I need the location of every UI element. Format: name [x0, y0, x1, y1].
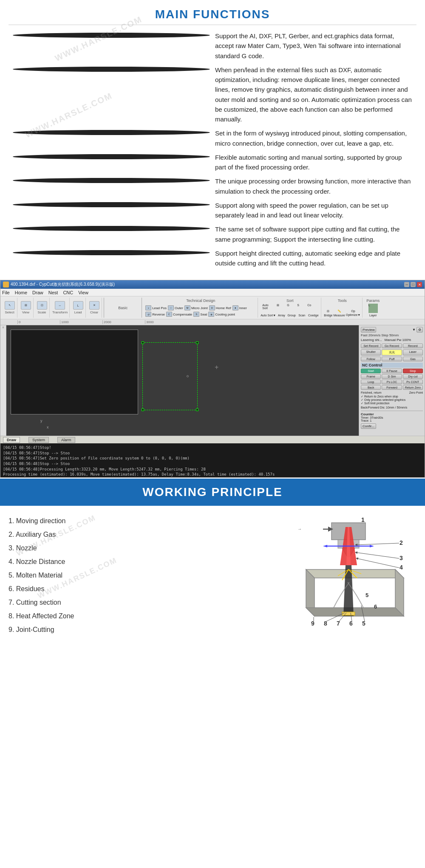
forward-button[interactable]: Forward — [382, 385, 402, 390]
go-record-button[interactable]: Go Record — [382, 344, 402, 348]
svg-text:5: 5 — [362, 620, 366, 627]
svg-line-9 — [357, 558, 399, 568]
bullet-dot — [13, 33, 210, 38]
basic-label: Basic — [106, 306, 140, 310]
transform-icon[interactable]: ↔ — [55, 301, 65, 310]
auto-sort-icon[interactable]: Auto Sort — [262, 304, 274, 313]
svg-line-7 — [356, 552, 399, 558]
options-labels: ✓ Return to Zecs when stop ✓ Only proces… — [361, 395, 423, 405]
shutter-button[interactable]: Shutter — [361, 349, 381, 355]
home-ref-btn[interactable]: HHome Ref — [209, 305, 231, 310]
group-icon[interactable]: G — [287, 304, 296, 313]
lasering-label: Lasering shi... — [361, 338, 382, 342]
puff-button[interactable]: Puff — [382, 357, 402, 361]
log-line-5: Processing time (estimated): 16.039s, Mo… — [3, 472, 422, 477]
laser-buttons: Shutter 光光 Laser — [361, 349, 423, 355]
menu-home[interactable]: Home — [15, 290, 27, 295]
back-button[interactable]: Back — [361, 385, 381, 390]
settings-button[interactable]: ⚙ — [416, 327, 423, 333]
gas-button[interactable]: Gas — [403, 357, 423, 361]
view-label: View — [22, 310, 29, 314]
cooling-btn[interactable]: ❄Cooling point — [208, 312, 235, 317]
principle-item-7: 7. Cutting section — [8, 596, 264, 609]
canvas[interactable]: + y x — [6, 325, 359, 436]
titlebar-buttons[interactable]: ─ □ ✕ — [404, 282, 422, 287]
svg-text:5: 5 — [366, 592, 368, 598]
frame-button[interactable]: Frame — [361, 374, 381, 379]
menu-view[interactable]: View — [78, 290, 88, 295]
transform-label: Transform — [52, 310, 68, 314]
nc-buttons-row3: Loop Ps LOC Ps CONT — [361, 380, 423, 384]
menu-nest[interactable]: Nest — [48, 290, 58, 295]
sort-label: Sort — [286, 299, 294, 303]
lasering-row: Lasering shi... Manual Pw 100% — [361, 338, 423, 342]
confirm-button[interactable]: Confir... — [361, 423, 376, 429]
svg-rect-24 — [342, 612, 355, 615]
scale-icon[interactable]: ⊡ — [37, 301, 47, 310]
record-buttons: Set Record Go Record Record — [361, 344, 423, 348]
select-icon[interactable]: ↖ — [5, 301, 15, 310]
ps-loc-button[interactable]: Ps LOC — [382, 380, 402, 384]
ruler-mark-1000: 1000 — [60, 320, 102, 324]
set-record-button[interactable]: Set Record — [361, 344, 381, 348]
ps-cont-button[interactable]: Ps CONT — [403, 380, 423, 384]
array-icon[interactable]: ⊞ — [277, 304, 286, 313]
seal-btn[interactable]: SSeal — [193, 312, 207, 317]
menu-draw[interactable]: Draw — [32, 290, 43, 295]
optimize-icon[interactable]: Op — [351, 310, 355, 313]
svg-text:6: 6 — [349, 620, 353, 627]
loop-button[interactable]: Loop — [361, 380, 381, 384]
principle-item-2: 2. Auxiliary Gas — [8, 528, 264, 541]
preview-button[interactable]: Preview — [361, 327, 376, 333]
outer-btn[interactable]: ○Outer — [168, 305, 183, 310]
micro-joint-btn[interactable]: MMicro Joint — [184, 305, 208, 310]
log-area: [04/15 08:56:47]Stop! [04/15 08:56:47]St… — [0, 443, 425, 477]
list-item: Support height directed cutting, automat… — [13, 248, 412, 268]
follow-button[interactable]: Follow — [361, 357, 381, 361]
compensate-btn[interactable]: CCompensate — [166, 312, 192, 317]
return-zero-button[interactable]: Return Zero — [403, 385, 423, 390]
coedge-icon[interactable]: Co — [307, 304, 319, 313]
sim-button[interactable]: D Sim — [382, 374, 402, 379]
view-icon[interactable]: ⊞ — [21, 301, 31, 310]
principle-item-8: 8. Heat Affected Zone — [8, 609, 264, 623]
preview-section: Preview ▼ ⚙ Fast 20mm/s Step 50mm Laseri… — [361, 327, 423, 342]
layer-icon[interactable]: L — [368, 304, 378, 313]
laser-button[interactable]: Laser — [403, 349, 423, 355]
log-line-4: [04/15 08:56:48]Processing Length:3323.2… — [3, 467, 422, 472]
page-title: MAIN FUNCTIONS — [8, 8, 416, 21]
menu-cnc[interactable]: CNC — [63, 290, 73, 295]
inner-rect — [11, 330, 138, 414]
pause-button[interactable]: II Pause — [382, 369, 402, 373]
minimize-button[interactable]: ─ — [404, 282, 409, 287]
lead-icon[interactable]: L — [73, 301, 83, 310]
dry-cut-button[interactable]: Dry cut — [403, 374, 423, 379]
start-button[interactable]: Start — [361, 369, 381, 373]
bridge-icon[interactable]: ⊟ — [327, 310, 329, 313]
svg-text:2: 2 — [400, 539, 403, 546]
measure-icon[interactable]: 📏 — [337, 310, 341, 313]
back-forward-dist: Back/Forward Dis: 10mm / 50mm/s — [361, 406, 423, 409]
tools-label: Tools — [338, 299, 347, 303]
tab-alarm[interactable]: Alarm — [57, 437, 75, 443]
dotted-rect — [142, 342, 198, 410]
lead-pos-btn[interactable]: +Lead Pos — [145, 305, 167, 310]
fast-label: Fast 20mm/s — [361, 333, 380, 337]
list-item: The same set of software support pipe cu… — [13, 224, 412, 244]
light-button[interactable]: 光光 — [382, 349, 402, 355]
bullet-dot — [13, 154, 210, 159]
tab-draw[interactable]: Draw — [3, 437, 20, 443]
menu-file[interactable]: File — [2, 290, 10, 295]
close-button[interactable]: ✕ — [417, 282, 422, 287]
technical-design-label: Technical Design — [145, 299, 256, 303]
features-list: Support the AI, DXF, PLT, Gerber, and ec… — [8, 31, 416, 268]
stop-button[interactable]: Stop — [403, 369, 423, 373]
tab-system[interactable]: System — [28, 437, 49, 443]
scan-icon[interactable]: S — [297, 304, 306, 313]
counter-title: Counter — [361, 412, 423, 416]
maximize-button[interactable]: □ — [411, 282, 416, 287]
clear-icon[interactable]: ✕ — [89, 301, 99, 310]
record-button[interactable]: Record — [403, 344, 423, 348]
reverse-btn[interactable]: ↺Reverse — [145, 312, 165, 317]
inner-btn[interactable]: ●Inner — [232, 305, 247, 310]
